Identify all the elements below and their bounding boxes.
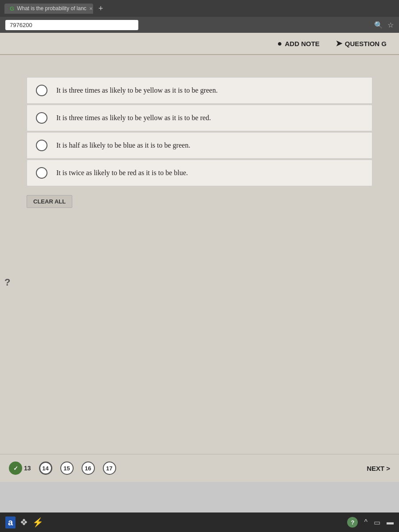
answer-text-c: It is half as likely to be blue as it is… <box>56 141 190 149</box>
radio-button-c[interactable] <box>36 140 47 151</box>
answer-text-b: It is three times as likely to be yellow… <box>56 114 211 122</box>
question-toolbar: ● ADD NOTE ➤ QUESTION G <box>0 33 399 55</box>
nav-number-13: 13 <box>24 465 31 472</box>
new-tab-button[interactable]: + <box>98 4 103 13</box>
taskbar-chevron-icon[interactable]: ^ <box>364 518 368 526</box>
nav-circle-17[interactable]: 17 <box>103 462 116 475</box>
nav-item-13[interactable]: ✓ 13 <box>9 462 31 475</box>
radio-button-a[interactable] <box>36 85 47 96</box>
address-input[interactable] <box>5 20 138 30</box>
add-note-button[interactable]: ● ADD NOTE <box>274 37 323 50</box>
answer-option-a[interactable]: It is three times as likely to be yellow… <box>27 77 372 104</box>
help-question-mark: ? <box>4 277 10 288</box>
next-label: NEXT <box>367 465 384 472</box>
nav-circle-16[interactable]: 16 <box>82 462 95 475</box>
browser-icons: 🔍 ☆ <box>374 21 394 29</box>
address-bar-row: 🔍 ☆ <box>0 17 399 33</box>
answer-options: It is three times as likely to be yellow… <box>27 77 372 187</box>
nav-circle-completed[interactable]: ✓ <box>9 462 22 475</box>
next-button[interactable]: NEXT > <box>367 465 390 472</box>
radio-button-b[interactable] <box>36 112 47 124</box>
star-icon[interactable]: ☆ <box>387 21 394 29</box>
add-note-label: ADD NOTE <box>285 40 319 47</box>
nav-circle-current[interactable]: 14 <box>39 462 52 475</box>
bottom-nav: ✓ 13 14 15 16 17 NEXT > <box>0 454 399 482</box>
answer-text-d: It is twice as likely to be red as it is… <box>56 169 188 177</box>
taskbar-flash-icon[interactable]: ⚡ <box>32 517 43 528</box>
taskbar-help-icon[interactable]: ? <box>347 517 358 528</box>
next-chevron-icon: > <box>386 465 390 472</box>
nav-item-14[interactable]: 14 <box>39 462 52 475</box>
search-icon[interactable]: 🔍 <box>374 21 383 29</box>
browser-tab[interactable]: G What is the probability of lanc ✕ <box>4 4 93 14</box>
google-icon: G <box>10 5 14 12</box>
taskbar-battery-icon[interactable]: ▬ <box>387 518 394 526</box>
question-guide-button[interactable]: ➤ QUESTION G <box>332 37 390 50</box>
nav-item-16[interactable]: 16 <box>82 462 95 475</box>
radio-button-d[interactable] <box>36 167 47 179</box>
answer-text-a: It is three times as likely to be yellow… <box>56 86 218 94</box>
tab-title: What is the probability of lanc <box>17 5 86 12</box>
taskbar-display-icon[interactable]: ▭ <box>374 518 380 527</box>
taskbar-app-icon[interactable]: a <box>5 516 16 528</box>
taskbar: a ❖ ⚡ ? ^ ▭ ▬ <box>0 512 399 532</box>
nav-item-17[interactable]: 17 <box>103 462 116 475</box>
nav-item-15[interactable]: 15 <box>60 462 74 475</box>
browser-bar: G What is the probability of lanc ✕ + <box>0 0 399 17</box>
question-guide-label: QUESTION G <box>345 40 387 47</box>
answer-option-d[interactable]: It is twice as likely to be red as it is… <box>27 160 372 186</box>
answer-option-c[interactable]: It is half as likely to be blue as it is… <box>27 132 372 159</box>
clear-all-button[interactable]: CLEAR ALL <box>27 195 72 208</box>
question-guide-icon: ➤ <box>336 39 342 48</box>
nav-circle-15[interactable]: 15 <box>60 462 74 475</box>
main-content: ? It is three times as likely to be yell… <box>0 55 399 454</box>
tab-close-icon[interactable]: ✕ <box>89 6 93 11</box>
taskbar-right: ? ^ ▭ ▬ <box>347 517 394 528</box>
answer-option-b[interactable]: It is three times as likely to be yellow… <box>27 105 372 131</box>
taskbar-dropbox-icon[interactable]: ❖ <box>20 517 28 528</box>
add-note-icon: ● <box>278 39 282 48</box>
